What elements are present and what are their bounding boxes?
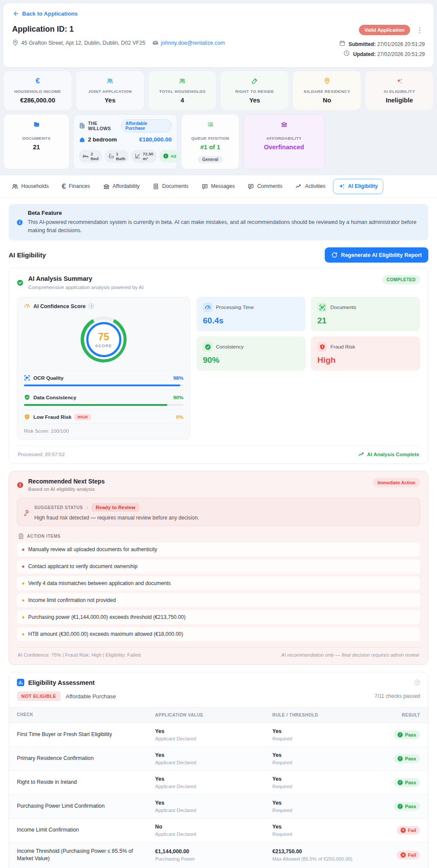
affordability-value: Overfinanced <box>248 144 320 151</box>
signature-icon <box>251 77 258 85</box>
mail-icon <box>152 39 159 46</box>
property-price: €180,000.00 <box>139 136 172 143</box>
back-label: Back to Applications <box>22 10 78 17</box>
tab-activities[interactable]: Activities <box>290 179 331 194</box>
tab-finances[interactable]: € Finances <box>56 178 95 194</box>
status-badge: Valid Application <box>359 25 410 35</box>
users-icon <box>179 77 186 85</box>
sparkles-icon <box>339 183 345 190</box>
property-card: THE WILLOWS Affordable Purchase 2 bedroo… <box>73 114 177 169</box>
queue-list-icon <box>207 120 214 129</box>
ai-analysis-summary-card: AI Analysis Summary Comprehensive applic… <box>9 268 428 464</box>
gauge-icon <box>24 303 30 309</box>
processed-timestamp: Processed: 20:57:52 <box>18 451 65 457</box>
stat-card: JOINT APPLICATION Yes <box>76 71 144 110</box>
scheme-name: Affordable Purchase <box>66 693 116 700</box>
action-item: HTB amount (€30,000.00) exceeds maximum … <box>17 627 420 641</box>
info-icon <box>16 210 23 235</box>
application-header-card: Back to Applications Application ID: 1 V… <box>3 3 434 67</box>
beta-feature-banner: Beta Feature This AI-powered recommendat… <box>9 204 428 240</box>
queue-type-chip: General <box>198 156 222 163</box>
action-item: Verify 4 data mismatches between applica… <box>17 576 420 590</box>
confidence-info-icon[interactable]: ? <box>88 303 94 309</box>
euro-icon: € <box>36 77 39 85</box>
energy-rating-chip: A2 <box>159 150 180 163</box>
message-icon <box>202 183 208 190</box>
stat-card: TOTAL HOUSEHOLDS 4 <box>148 71 217 110</box>
queue-position-card: QUEUE POSITION #1 of 1 General <box>181 114 239 169</box>
metric-card: Consistency 90% <box>196 336 306 371</box>
alert-circle-icon <box>17 478 23 492</box>
stats-row-2: DOCUMENTS 21 THE WILLOWS Affordable Purc… <box>3 114 434 169</box>
tab-messages[interactable]: Messages <box>196 179 241 194</box>
stat-card: AI ELIGIBILITY Ineligible <box>365 71 434 110</box>
table-row: Primary Residence Confirmation Yes Appli… <box>9 746 428 770</box>
queue-position-value: #1 of 1 <box>186 144 235 151</box>
metric-card: Documents 21 <box>311 297 420 331</box>
comment-icon <box>248 183 254 190</box>
property-name: THE WILLOWS <box>88 121 121 131</box>
assessment-help-icon[interactable]: ? <box>414 680 420 685</box>
ai-disclaimer: AI recommendation only — final decision … <box>281 652 419 658</box>
refresh-icon <box>331 252 338 258</box>
energy-icon <box>163 153 169 159</box>
confidence-bar-row: Data Consistency 90% <box>24 390 183 409</box>
bank-icon <box>103 183 110 190</box>
table-row: Right to Reside in Ireland Yes Applicant… <box>9 770 428 794</box>
immediate-action-badge: Immediate Action <box>373 478 420 487</box>
completed-badge: COMPLETED <box>382 275 420 284</box>
scan-icon <box>24 375 30 381</box>
sparkles-icon <box>396 77 403 85</box>
result-badge: ✓Pass <box>394 802 420 811</box>
users-icon <box>107 77 113 85</box>
address-text: 45 Grafton Street, Apt 12, Dublin, Dubli… <box>21 40 145 46</box>
result-badge: ✓Pass <box>394 754 420 763</box>
activity-icon <box>295 183 302 190</box>
bath-icon <box>108 153 114 159</box>
home-icon <box>79 136 85 143</box>
ai-confidence-panel: AI Confidence Score ? 75 SCORE <box>17 297 190 440</box>
tab-comments[interactable]: Comments <box>242 179 288 194</box>
table-row: Income Limit Confirmation No Applicant D… <box>9 818 428 842</box>
stat-card: KILDARE RESIDENCY No <box>293 71 361 110</box>
action-item: Contact applicant to verify document own… <box>17 559 420 573</box>
table-row: Income Threshold (Purchasing Power ≤ 85.… <box>9 842 428 868</box>
clock-icon <box>343 50 350 56</box>
table-row: First Time Buyer or Fresh Start Eligibil… <box>9 723 428 746</box>
not-eligible-badge: NOT ELIGIBLE <box>17 691 61 701</box>
shield-alert-icon <box>317 342 327 352</box>
documents-card: DOCUMENTS 21 <box>3 114 69 169</box>
section-title: AI Eligibility <box>9 251 46 259</box>
stat-card: RIGHT TO RESIDE Yes <box>220 71 289 110</box>
result-badge: ✓Pass <box>394 730 420 739</box>
gavel-icon <box>23 504 30 521</box>
submitted-timestamp: Submitted: 27/01/2026 20:51:29 <box>339 39 425 49</box>
folder-icon <box>33 120 40 129</box>
tab-households[interactable]: Households <box>6 179 54 194</box>
tab-documents[interactable]: Documents <box>147 179 194 194</box>
euro-icon: € <box>62 183 65 190</box>
result-badge: ✓Pass <box>394 778 420 787</box>
analysis-complete-label: AI Analysis Complete <box>358 451 419 457</box>
metric-card: Fraud Risk High <box>311 336 420 371</box>
action-item: Purchasing power (€1,144,000.00) exceeds… <box>17 610 420 624</box>
regenerate-report-button[interactable]: Regenerate AI Eligibility Report <box>325 247 428 263</box>
metric-card: Processing Time 60.4s <box>196 297 306 331</box>
updated-timestamp: Updated: 27/02/2026 20:51:29 <box>339 49 425 59</box>
ai-confidence-footnote: AI Confidence: 75% | Fraud Risk: High | … <box>18 652 140 658</box>
more-options-button[interactable]: ⋮ <box>414 25 425 35</box>
back-to-applications-link[interactable]: Back to Applications <box>12 10 78 17</box>
eligibility-assessment-card: Eligibility Assessment ? NOT ELIGIBLE Af… <box>9 672 428 868</box>
tab-ai-eligibility[interactable]: AI Eligibility <box>333 179 384 194</box>
arrow-left-icon <box>12 10 19 17</box>
property-type: 2 bedroom <box>88 136 117 143</box>
ruler-icon <box>134 153 141 159</box>
tab-affordability[interactable]: Affordability <box>98 179 145 194</box>
check-circle-icon <box>203 342 212 352</box>
calendar-icon <box>339 40 346 46</box>
property-chip: 1 Bath <box>104 150 129 163</box>
bank-icon <box>281 120 287 129</box>
scheme-tag: Affordable Purchase <box>121 119 172 132</box>
applicant-email-link[interactable]: johnny.doe@rentalize.com <box>152 39 225 46</box>
property-chip: 2 Bed <box>79 150 102 163</box>
